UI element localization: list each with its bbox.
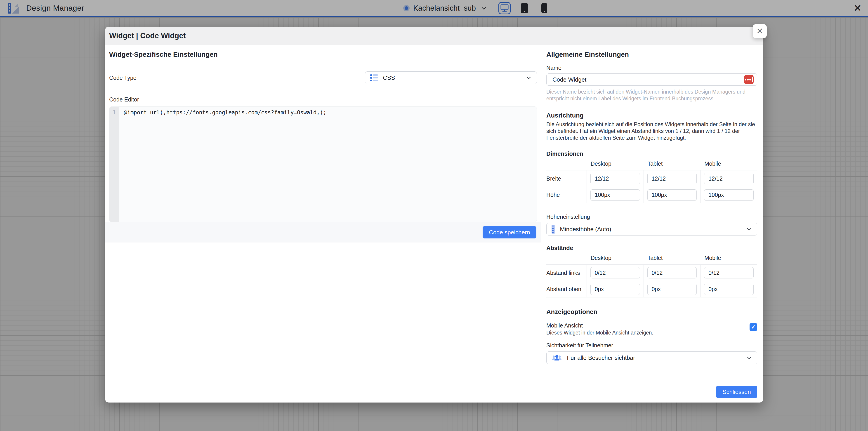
code-editor-label: Code Editor (109, 96, 537, 103)
row-label-cell: Abstand links (546, 265, 587, 281)
breite-tablet-input[interactable] (647, 173, 697, 184)
chevron-down-icon (746, 355, 752, 361)
mobile-ansicht-row: Mobile Ansicht Dieses Widget in der Mobi… (546, 322, 757, 336)
row-label-cell: Breite (546, 170, 587, 187)
table-cell (587, 170, 644, 187)
widget-name-input[interactable] (546, 73, 757, 86)
modal-close-button[interactable]: ✕ (753, 24, 767, 38)
sichtbarkeit-value: Für alle Besucher sichtbar (567, 355, 635, 361)
hoehe-tablet-input[interactable] (647, 189, 697, 201)
ausrichtung-description: Die Ausrichtung bezieht sich auf die Pos… (546, 121, 757, 141)
hoeheneinstellung-select[interactable]: Mindesthöhe (Auto) (546, 223, 757, 236)
schliessen-button[interactable]: Schliessen (716, 386, 757, 398)
name-help-text: Dieser Name bezieht sich auf den Widget-… (546, 88, 757, 102)
modal-body: Widget-Spezifische Einstellungen Code Ty… (105, 45, 763, 402)
sichtbarkeit-label: Sichtbarkeit für Teilnehmer (546, 342, 757, 349)
code-editor[interactable]: 1 @import url(,https://fonts.googleapis.… (109, 106, 537, 222)
code-editor-footer: Code speichern (105, 222, 541, 243)
row-label-cell: Abstand oben (546, 281, 587, 298)
modal-title: Widget | Code Widget (109, 31, 186, 40)
row-label-cell: Höhe (546, 187, 587, 203)
column-header-desktop: Desktop (587, 160, 644, 170)
table-cell (700, 281, 757, 298)
vertical-ruler-icon (552, 225, 555, 234)
table-cell (587, 265, 644, 281)
abstaende-table: Desktop Tablet Mobile Abstand links Abst… (546, 255, 757, 298)
left-panel-heading: Widget-Spezifische Einstellungen (109, 51, 537, 58)
sichtbarkeit-select[interactable]: Für alle Besucher sichtbar (546, 351, 757, 364)
code-type-label: Code Type (109, 74, 136, 81)
anzeigeoptionen-heading: Anzeigeoptionen (546, 308, 757, 315)
hoeheneinstellung-label: Höheneinstellung (546, 214, 757, 220)
code-type-select[interactable]: CSS (365, 71, 537, 84)
mobile-ansicht-label: Mobile Ansicht (546, 322, 653, 329)
code-type-value: CSS (383, 74, 395, 81)
table-cell (644, 170, 701, 187)
table-cell (700, 265, 757, 281)
ausrichtung-heading: Ausrichtung (546, 112, 757, 119)
editor-line-number-gutter: 1 (110, 107, 119, 222)
row-label: Breite (546, 175, 561, 182)
column-header-mobile: Mobile (700, 255, 757, 265)
abstaende-heading: Abstände (546, 245, 757, 251)
abstand-oben-mobile-input[interactable] (704, 284, 754, 295)
save-code-button[interactable]: Code speichern (483, 226, 536, 239)
column-header-desktop: Desktop (587, 255, 644, 265)
modal-footer: Schliessen (716, 386, 757, 398)
mobile-ansicht-description: Dieses Widget in der Mobile Ansicht anze… (546, 330, 653, 336)
table-cell (644, 281, 701, 298)
dimensionen-table: Desktop Tablet Mobile Breite Höhe (546, 160, 757, 203)
table-cell (587, 187, 644, 203)
hoehe-desktop-input[interactable] (590, 189, 640, 201)
design-manager-screen: Design Manager Kachelansicht_sub (0, 0, 868, 431)
chevron-down-icon (526, 75, 532, 81)
table-cell (587, 281, 644, 298)
abstand-oben-desktop-input[interactable] (590, 284, 640, 295)
modal-header: Widget | Code Widget (105, 27, 763, 45)
row-label: Abstand links (546, 270, 580, 276)
row-label: Höhe (546, 192, 560, 198)
abstand-links-desktop-input[interactable] (590, 267, 640, 278)
column-header-tablet: Tablet (644, 255, 701, 265)
table-cell (700, 170, 757, 187)
widget-settings-modal: ✕ Widget | Code Widget Widget-Spezifisch… (105, 27, 763, 402)
check-icon: ✓ (751, 324, 756, 330)
abstand-links-tablet-input[interactable] (647, 267, 697, 278)
mobile-ansicht-text: Mobile Ansicht Dieses Widget in der Mobi… (546, 322, 653, 336)
mobile-ansicht-checkbox[interactable]: ✓ (749, 323, 757, 331)
list-icon (370, 74, 378, 81)
code-type-row: Code Type CSS (109, 71, 537, 84)
people-group-icon (552, 354, 562, 361)
line-number: 1 (113, 110, 116, 116)
breite-desktop-input[interactable] (590, 173, 640, 184)
table-cell (644, 187, 701, 203)
row-label: Abstand oben (546, 286, 581, 293)
abstand-oben-tablet-input[interactable] (647, 284, 697, 295)
code-editor-content[interactable]: @import url(,https://fonts.googleapis.co… (119, 107, 537, 222)
general-settings-panel: Allgemeine Einstellungen Name Dieser Nam… (541, 45, 763, 402)
chevron-down-icon (746, 226, 752, 232)
widget-specific-settings-panel: Widget-Spezifische Einstellungen Code Ty… (105, 45, 541, 402)
table-corner (546, 160, 587, 170)
abstand-links-mobile-input[interactable] (704, 267, 754, 278)
column-header-tablet: Tablet (644, 160, 701, 170)
password-manager-autofill-icon[interactable] (744, 75, 754, 84)
name-label: Name (546, 65, 757, 71)
hoehe-mobile-input[interactable] (704, 189, 754, 201)
close-icon: ✕ (756, 26, 763, 36)
hoeheneinstellung-value: Mindesthöhe (Auto) (560, 226, 611, 233)
breite-mobile-input[interactable] (704, 173, 754, 184)
table-cell (700, 187, 757, 203)
dimensionen-heading: Dimensionen (546, 150, 757, 157)
right-panel-heading: Allgemeine Einstellungen (546, 51, 757, 58)
table-corner (546, 255, 587, 265)
name-field-wrap (546, 73, 757, 86)
column-header-mobile: Mobile (700, 160, 757, 170)
table-cell (644, 265, 701, 281)
